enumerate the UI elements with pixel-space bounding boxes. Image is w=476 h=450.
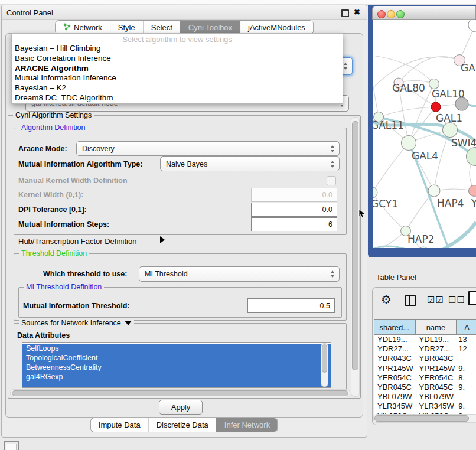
table-row[interactable]: YER054CYER054C8. <box>374 373 476 383</box>
node-swi4-label: SWI4 <box>451 137 476 149</box>
table-horizontal-scrollbar-thumb[interactable] <box>374 415 469 422</box>
node-bottom-partial[interactable] <box>419 247 428 248</box>
column-header-shared[interactable]: shared... <box>374 320 416 334</box>
algorithm-option-bayesian-hill-climbing[interactable]: Bayesian – Hill Climbing <box>12 44 343 54</box>
aracne-mode-combobox[interactable]: Discovery <box>76 141 340 156</box>
node-hap2-label: HAP2 <box>407 233 434 245</box>
close-icon[interactable]: ✖ <box>354 8 360 17</box>
table-body: YDL19...YDL19...13YDR27...YDR27...12YBR0… <box>374 335 476 415</box>
tab-label: jActiveMNodules <box>248 23 305 32</box>
table-cell: YDR27... <box>374 344 416 354</box>
control-panel-titlebar[interactable]: Control Panel ✖ <box>2 5 367 20</box>
minimize-window-icon[interactable] <box>387 10 395 18</box>
which-threshold-value: MI Threshold <box>145 270 188 278</box>
tab-cyni-toolbox[interactable]: Cyni Toolbox <box>180 21 240 34</box>
gear-icon[interactable]: ⚙ <box>381 292 392 306</box>
sources-title: Sources for Network Inference <box>21 319 121 327</box>
table-row[interactable]: YBR043CYBR043C <box>374 354 476 363</box>
mi-threshold-label: Mutual Information Threshold: <box>23 302 130 310</box>
table-cell: YPR145W <box>416 364 457 373</box>
table-cell: 9. <box>457 383 476 392</box>
settings-vertical-scrollbar-thumb[interactable] <box>352 121 358 370</box>
tab-impute-data[interactable]: Impute Data <box>91 418 148 432</box>
desktop-top-strip <box>0 0 476 5</box>
tab-style[interactable]: Style <box>110 21 143 34</box>
algorithm-option-basic-correlation-inference[interactable]: Basic Correlation Inference <box>12 54 343 64</box>
column-header-a[interactable]: A <box>457 320 476 334</box>
node-gal10[interactable] <box>429 79 439 89</box>
table-row[interactable]: YBR045CYBR045C9. <box>374 383 476 392</box>
node-gal4[interactable] <box>402 136 416 151</box>
apply-button[interactable]: Apply <box>159 400 203 415</box>
float-window-icon[interactable] <box>341 9 349 17</box>
table-cell: YER054C <box>374 373 416 383</box>
node-top-partial[interactable] <box>468 20 476 32</box>
network-window-titlebar[interactable] <box>372 6 476 20</box>
network-edge[interactable] <box>379 107 436 117</box>
table-row[interactable]: YDL19...YDL19...13 <box>374 335 476 344</box>
zoom-window-icon[interactable] <box>396 10 405 18</box>
show-panel-button[interactable] <box>4 441 19 450</box>
node-gcy1-label: GCY1 <box>373 198 398 210</box>
columns-icon[interactable] <box>405 295 416 306</box>
mi-type-combobox[interactable]: Naive Bayes <box>160 156 340 171</box>
table-row[interactable]: YDR27...YDR27...12 <box>374 344 476 354</box>
tab-jactivemnodules[interactable]: jActiveMNodules <box>240 21 313 34</box>
attributes-scrollbar-thumb[interactable] <box>322 344 327 373</box>
attribute-selection-overflow <box>22 381 331 388</box>
tab-label: Impute Data <box>99 420 141 429</box>
expand-arrow-icon[interactable] <box>160 236 165 243</box>
hub-section-label[interactable]: Hub/Transcription Factor Definition <box>18 237 136 246</box>
algorithm-option-dream8-dc-tdc-algorithm[interactable]: Dream8 DC_TDC Algorithm <box>12 93 343 103</box>
settings-horizontal-scrollbar-thumb[interactable] <box>12 390 348 396</box>
data-attributes-list[interactable]: SelfLoopsTopologicalCoefficientBetweenne… <box>22 342 331 388</box>
node-gal80-label: GAL80 <box>392 82 425 94</box>
attribute-gal4rgexp[interactable]: gal4RGexp <box>22 372 331 381</box>
node-hap4[interactable] <box>428 185 440 197</box>
kernel-width-field[interactable]: 0.0 <box>251 188 337 202</box>
node-gal1[interactable] <box>431 102 441 112</box>
table-cell: 13 <box>457 335 476 344</box>
table-row[interactable]: YBL079WYBL079W <box>374 392 476 402</box>
mi-threshold-field[interactable]: 0.5 <box>247 298 335 313</box>
table-row[interactable]: YPR145WYPR145W9. <box>374 364 476 373</box>
dpi-tolerance-label: DPI Tolerance [0,1]: <box>18 206 87 214</box>
algorithm-option-mutual-information-inference[interactable]: Mutual Information Inference <box>12 73 343 83</box>
algorithm-option-bayesian-k2[interactable]: Bayesian – K2 <box>12 83 343 93</box>
mi-steps-field[interactable]: 6 <box>251 217 337 231</box>
aracne-mode-label: Aracne Mode: <box>18 145 67 153</box>
node-swi4[interactable] <box>443 123 458 138</box>
network-edge[interactable] <box>373 143 409 193</box>
node-gcy1[interactable] <box>373 187 377 198</box>
tab-infer-network[interactable]: Infer Network <box>216 418 278 432</box>
network-edge[interactable] <box>429 222 476 248</box>
control-panel-window: Control Panel ✖ NetworkStyleSelectCyni T… <box>1 5 367 438</box>
table-cell: YDR27... <box>416 344 457 354</box>
algorithm-option-aracne-algorithm[interactable]: ARACNE Algorithm <box>12 64 343 74</box>
table-cell <box>457 392 476 402</box>
column-header-name[interactable]: name <box>416 320 457 334</box>
select-all-checkboxes-icon[interactable]: ☑☑ <box>427 295 444 305</box>
network-canvas[interactable]: GALGAL80GAL10GAL1GAL11SWI4GAL4GCY1HAP4YH… <box>373 20 476 248</box>
export-table-icon[interactable] <box>468 291 476 305</box>
manual-kernel-checkbox[interactable] <box>327 176 336 185</box>
close-window-icon[interactable] <box>377 10 386 18</box>
collapse-arrow-icon[interactable] <box>125 321 132 325</box>
node-gray[interactable] <box>455 97 468 110</box>
attribute-topologicalcoefficient[interactable]: TopologicalCoefficient <box>22 353 331 363</box>
network-view-window: GALGAL80GAL10GAL1GAL11SWI4GAL4GCY1HAP4YH… <box>368 5 476 257</box>
tab-discretize-data[interactable]: Discretize Data <box>148 418 216 432</box>
node-salmon[interactable] <box>469 185 476 197</box>
sources-title-row[interactable]: Sources for Network Inference <box>19 319 134 327</box>
attribute-betweennesscentrality[interactable]: BetweennessCentrality <box>22 363 331 372</box>
table-header-row: shared...nameA <box>374 319 476 335</box>
table-row[interactable]: YLR345WYLR345W9. <box>374 402 476 411</box>
mi-type-value: Naive Bayes <box>166 160 207 168</box>
tab-select[interactable]: Select <box>143 21 180 34</box>
which-threshold-combobox[interactable]: MI Threshold <box>139 266 340 282</box>
attribute-selfloops[interactable]: SelfLoops <box>22 344 331 353</box>
tab-network[interactable]: Network <box>56 21 110 34</box>
dpi-tolerance-field[interactable]: 0.0 <box>251 203 337 217</box>
deselect-all-checkboxes-icon[interactable]: ☐☐ <box>448 295 465 305</box>
mi-steps-label: Mutual Information Steps: <box>18 220 109 229</box>
